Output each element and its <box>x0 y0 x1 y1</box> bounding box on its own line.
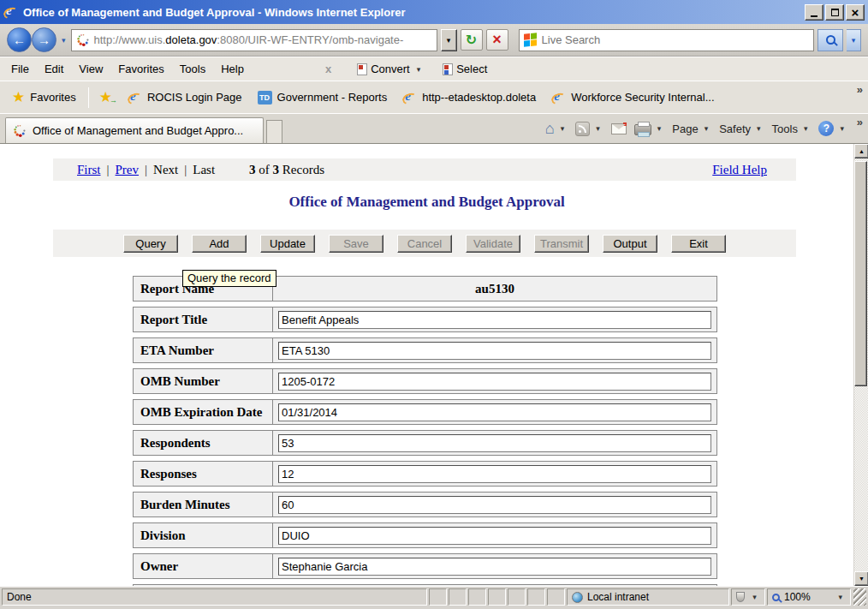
search-dropdown-button[interactable]: ▾ <box>847 29 861 51</box>
protected-mode-button[interactable]: ▾ <box>731 588 765 606</box>
eta-number-input[interactable] <box>278 342 711 360</box>
field-help-link[interactable]: Field Help <box>712 163 767 177</box>
omb-number-label: OMB Number <box>134 369 273 393</box>
status-segment <box>508 588 526 606</box>
chevron-down-icon: ▾ <box>654 124 665 133</box>
home-icon: ⌂ <box>545 120 555 138</box>
scroll-up-icon: ▲ <box>859 148 865 155</box>
query-tooltip: Query the record <box>182 270 276 287</box>
owner-input[interactable] <box>278 558 711 576</box>
omb-form: Report Name au5130 Report Title ETA Numb… <box>133 276 717 586</box>
respondents-input[interactable] <box>278 434 711 452</box>
form-row-owner: Owner <box>133 553 717 579</box>
resize-grip[interactable] <box>853 588 866 606</box>
forward-button[interactable]: → <box>32 27 56 52</box>
status-segment <box>527 588 545 606</box>
form-row-report-title: Report Title <box>133 307 717 332</box>
menu-help[interactable]: Help <box>213 59 252 79</box>
maximize-button[interactable] <box>825 4 844 21</box>
tab-omb-approval[interactable]: Office of Management and Budget Appro... <box>5 117 264 143</box>
rss-icon <box>575 122 590 136</box>
refresh-button[interactable]: ↻ <box>461 29 483 51</box>
add-button[interactable]: Add <box>192 235 247 253</box>
close-button[interactable]: × <box>846 4 865 21</box>
printer-icon <box>634 124 651 135</box>
scrollbar-thumb[interactable] <box>854 161 867 386</box>
select-button[interactable]: Select <box>443 63 487 75</box>
status-bar: Done Local intranet ▾ 100% ▾ <box>0 586 868 606</box>
menu-favorites[interactable]: Favorites <box>110 59 171 79</box>
feeds-button[interactable]: ▾ <box>575 122 603 136</box>
query-button[interactable]: Query <box>123 235 178 253</box>
help-button[interactable]: ?▾ <box>818 121 847 136</box>
zone-label: Local intranet <box>587 591 649 603</box>
exit-button[interactable]: Exit <box>671 235 726 253</box>
stop-button[interactable]: × <box>486 29 508 51</box>
favorite-link-etadesktop[interactable]: e http--etadesktop.doleta <box>397 87 541 108</box>
star-icon: ★ <box>12 90 25 104</box>
prev-record-link[interactable]: Prev <box>116 163 140 177</box>
menu-view[interactable]: View <box>71 59 110 79</box>
page-menu-button[interactable]: Page▾ <box>672 122 711 135</box>
menu-tools[interactable]: Tools <box>172 59 213 79</box>
status-segment <box>547 588 565 606</box>
scrollbar-track[interactable] <box>854 158 868 571</box>
chevron-down-icon: ▾ <box>701 124 712 133</box>
save-button: Save <box>329 235 383 253</box>
url-text: http://www.uis.doleta.gov:8080/UIR-WF-EN… <box>94 33 404 46</box>
vertical-scrollbar[interactable]: ▲ ▼ <box>853 144 868 586</box>
new-tab-stub[interactable] <box>266 120 282 143</box>
menu-edit[interactable]: Edit <box>37 59 71 79</box>
status-text: Done <box>2 588 427 606</box>
first-record-link[interactable]: First <box>77 163 101 177</box>
favorite-link-workforce-security[interactable]: e Workforce Security Internal... <box>546 87 719 108</box>
division-input[interactable] <box>278 527 711 545</box>
back-button[interactable]: ← <box>7 27 32 52</box>
next-record-label: Next <box>153 163 178 177</box>
omb-number-input[interactable] <box>278 373 711 391</box>
scroll-down-button[interactable]: ▼ <box>854 571 868 586</box>
read-mail-button[interactable] <box>611 123 627 134</box>
tools-menu-button[interactable]: Tools▾ <box>772 122 812 135</box>
update-button[interactable]: Update <box>260 235 315 253</box>
scroll-up-button[interactable]: ▲ <box>854 144 868 158</box>
responses-label: Responses <box>134 462 273 486</box>
safety-menu-button[interactable]: Safety▾ <box>719 122 764 135</box>
add-to-favorites-bar-button[interactable]: ★ → <box>94 87 117 108</box>
search-input[interactable] <box>542 33 809 46</box>
window-title: Office of Management and Budget Approval… <box>23 6 800 19</box>
url-field[interactable]: http://www.uis.doleta.gov:8080/UIR-WF-EN… <box>71 29 437 51</box>
report-title-input[interactable] <box>278 311 711 329</box>
commands-overflow-chevron[interactable]: » <box>857 116 863 128</box>
chevron-down-icon: ▾ <box>592 124 603 133</box>
shield-icon <box>736 592 745 602</box>
last-record-label: Last <box>193 163 215 177</box>
burden-minutes-label: Burden Minutes <box>134 493 273 516</box>
favorites-overflow-chevron[interactable]: » <box>857 83 863 96</box>
burden-minutes-input[interactable] <box>278 496 711 514</box>
print-button[interactable]: ▾ <box>634 122 665 135</box>
search-button[interactable] <box>817 29 843 51</box>
favorite-link-rocis[interactable]: e ROCIS Login Page <box>122 87 247 108</box>
url-dropdown-button[interactable]: ▾ <box>441 29 457 51</box>
title-bar: e Office of Management and Budget Approv… <box>0 0 868 24</box>
omb-expiration-input[interactable] <box>278 403 711 421</box>
favorite-link-government-reports[interactable]: TD Government - Reports <box>253 87 393 108</box>
output-button[interactable]: Output <box>603 235 657 253</box>
minimize-icon <box>811 15 817 17</box>
search-icon <box>826 35 835 45</box>
transmit-button: Transmit <box>534 235 589 253</box>
refresh-icon: ↻ <box>466 32 477 48</box>
toolbar-close-button[interactable]: x <box>318 63 338 75</box>
chevron-down-icon: ▾ <box>852 36 856 45</box>
convert-button[interactable]: Convert ▾ <box>357 63 424 75</box>
responses-input[interactable] <box>278 465 711 483</box>
page-favicon-dots <box>76 33 90 47</box>
zoom-control[interactable]: 100% ▾ <box>767 588 851 606</box>
record-count: 3 of 3 Records <box>249 163 324 177</box>
favorites-button[interactable]: ★ Favorites <box>5 87 83 108</box>
menu-file[interactable]: File <box>3 59 37 79</box>
home-button[interactable]: ⌂▾ <box>545 120 568 138</box>
history-dropdown[interactable]: ▾ <box>60 36 68 45</box>
minimize-button[interactable] <box>805 4 823 21</box>
